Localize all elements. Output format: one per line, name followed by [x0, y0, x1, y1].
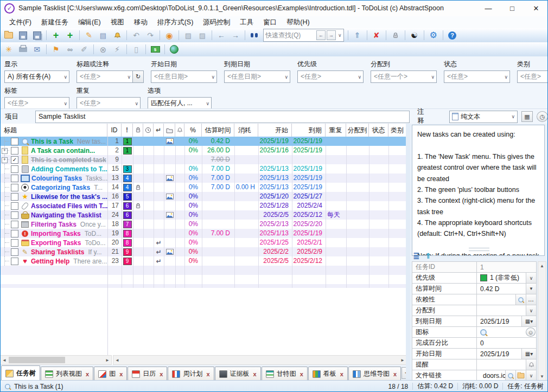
attr-percent-done[interactable]: 完成百分比0: [412, 338, 536, 349]
tab-calendar[interactable]: 日历: [128, 367, 167, 381]
scroll-up-icon[interactable]: ▲: [538, 262, 546, 269]
save-button[interactable]: [16, 29, 29, 41]
col-lock[interactable]: [133, 124, 143, 137]
tree-hscrollbar[interactable]: [0, 355, 112, 365]
filter-priority-combo[interactable]: <任意>: [297, 70, 364, 83]
col-spent[interactable]: 消耗: [234, 124, 258, 137]
forward-button[interactable]: [229, 29, 242, 41]
col-category[interactable]: 类别: [388, 124, 406, 137]
col-status[interactable]: 状态: [369, 124, 388, 137]
open-button[interactable]: [2, 29, 15, 41]
donate-button[interactable]: [149, 43, 162, 55]
col-recur[interactable]: 重复: [326, 124, 346, 137]
menu-sort[interactable]: 排序方式(S): [152, 18, 199, 27]
scroll-left-icon[interactable]: [113, 356, 121, 364]
run-tool-button[interactable]: [111, 43, 124, 55]
attributes-layout-icon[interactable]: [413, 251, 420, 261]
col-priority[interactable]: !: [122, 124, 133, 137]
table-row[interactable]: Getting HelpThere are... 23 9 0% 2025/2/…: [0, 256, 406, 266]
scroll-right-icon[interactable]: [399, 356, 406, 364]
filter-title-refresh-button[interactable]: [133, 70, 144, 83]
filter-show-combo[interactable]: A) 所有任务(A): [4, 70, 69, 83]
task-checkbox[interactable]: [11, 239, 18, 247]
columns-hscrollbar[interactable]: [113, 355, 407, 365]
task-checkbox-checked[interactable]: [11, 156, 18, 164]
filter-status-combo[interactable]: <任意>: [444, 70, 510, 83]
expand-button[interactable]: [2, 148, 8, 154]
link-button[interactable]: [63, 43, 77, 55]
menu-move[interactable]: 移动: [129, 18, 152, 27]
vertical-splitter[interactable]: [406, 124, 410, 381]
table-row[interactable]: Sharing TasklistsIf y... 21 9 0% 2025/2/…: [0, 247, 406, 256]
task-checkbox[interactable]: [11, 193, 18, 201]
table-row[interactable]: Adding Comments to T... 15 3 0% 7.00 D 2…: [0, 164, 406, 173]
table-row[interactable]: This is a completed task 9 7.00 D: [0, 155, 406, 164]
sort-button[interactable]: [351, 29, 364, 41]
col-assign[interactable]: 分配到: [346, 124, 369, 137]
task-checkbox[interactable]: [11, 147, 18, 155]
comments-box[interactable]: New tasks can be created using: 1. The '…: [412, 125, 545, 256]
quick-find-input[interactable]: 快速查找(Q): [265, 31, 315, 40]
table-row[interactable]: This is a TaskNew tas... 1 1 0% 0.42 D 2…: [0, 137, 406, 146]
file-link-find-button[interactable]: [505, 370, 515, 381]
filter-tag-combo[interactable]: <任意>: [4, 97, 69, 110]
attr-dependency[interactable]: 依赖性: [412, 294, 536, 305]
log-button[interactable]: [130, 43, 143, 55]
task-checkbox[interactable]: [11, 221, 18, 228]
menu-new-task[interactable]: 新建任务: [36, 18, 73, 27]
tab-week-planner[interactable]: 周计划: [168, 367, 214, 381]
filter-category-combo[interactable]: <任意>: [517, 70, 548, 83]
edit-task-button[interactable]: [82, 29, 95, 41]
attributes-sort-icon[interactable]: [425, 252, 432, 260]
chevron-down-icon[interactable]: [338, 33, 342, 38]
quick-find-combo[interactable]: 快速查找(Q): [263, 29, 344, 42]
attributes-vscrollbar[interactable]: ▲ ▼: [538, 261, 546, 381]
file-link-browse-button[interactable]: [515, 370, 526, 381]
task-attributes-button[interactable]: [97, 29, 110, 41]
attr-priority[interactable]: 优先级 1 (非常低): [412, 273, 536, 284]
email-button[interactable]: [30, 43, 43, 55]
tab-evidence-board[interactable]: 证据板: [215, 367, 261, 381]
table-row[interactable]: Exporting TasksToDo... 20 8 0% 2025/1/25…: [0, 238, 406, 247]
back-button[interactable]: [215, 29, 228, 41]
task-checkbox[interactable]: [11, 248, 18, 256]
start-date-calendar-button[interactable]: [521, 349, 536, 359]
attr-start-date[interactable]: 开始日期2025/1/19: [412, 349, 536, 359]
menu-tools[interactable]: 工具: [235, 18, 258, 27]
attr-file-link[interactable]: 文件链接 doors.ic: [412, 370, 536, 381]
preferences-button[interactable]: [427, 29, 440, 41]
tab-task-tree[interactable]: 任务树: [1, 365, 40, 381]
filter-assigned-combo[interactable]: <任意一个>: [371, 70, 437, 83]
scroll-right-icon[interactable]: [104, 356, 111, 364]
style-toggle-button[interactable]: [408, 29, 421, 41]
find-next-button[interactable]: [327, 30, 336, 40]
filter-options-combo[interactable]: 匹配任何人, ...: [148, 97, 212, 110]
password-lock-button[interactable]: [389, 29, 402, 41]
menu-help[interactable]: 帮助(H): [282, 18, 314, 27]
redo-button[interactable]: [144, 29, 157, 41]
col-fileref[interactable]: [164, 124, 175, 137]
find-prev-button[interactable]: [316, 30, 326, 40]
task-checkbox[interactable]: [11, 165, 18, 173]
table-row[interactable]: A Task can contain... 2 1 0% 26.00 D 202…: [0, 146, 406, 155]
filter-recurrence-combo[interactable]: <任意>: [77, 97, 141, 110]
filter-due-combo[interactable]: <任意日期>: [224, 70, 290, 83]
new-task-button[interactable]: [49, 29, 62, 41]
col-reminder[interactable]: [175, 124, 184, 137]
menu-view[interactable]: 视图: [106, 18, 129, 27]
table-row[interactable]: Categorizing TasksT... 14 4 0% 7.00 D 0.…: [0, 183, 406, 192]
project-title-input[interactable]: Sample Tasklist: [35, 111, 410, 123]
task-checkbox[interactable]: [11, 184, 18, 191]
tab-mindmap[interactable]: 思维导图: [348, 367, 401, 381]
table-row[interactable]: Filtering TasksOnce y... 18 7 0% 2025/2/…: [0, 220, 406, 229]
tab-close-icon[interactable]: [253, 371, 257, 377]
attr-reminder[interactable]: 提醒: [412, 359, 536, 370]
print-button[interactable]: [16, 43, 29, 55]
minimize-button[interactable]: —: [476, 0, 500, 16]
task-checkbox[interactable]: [11, 230, 18, 237]
task-checkbox[interactable]: [11, 175, 18, 182]
cancel-button[interactable]: [97, 43, 110, 55]
sync-button[interactable]: [163, 29, 176, 41]
tab-close-icon[interactable]: [160, 371, 163, 377]
tab-kanban[interactable]: 看板: [308, 367, 348, 381]
